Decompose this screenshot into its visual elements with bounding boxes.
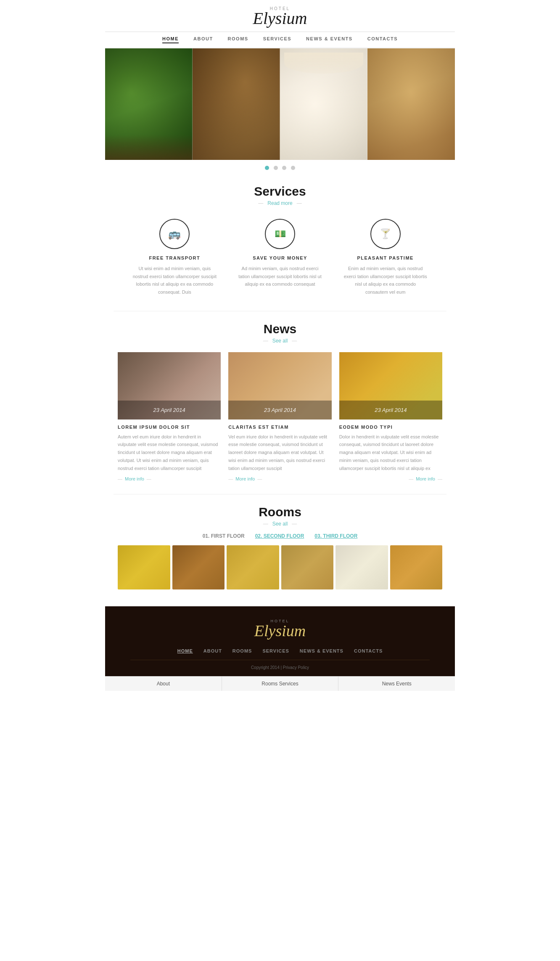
services-readmore[interactable]: — Read more — [122,200,438,206]
rooms-title: Rooms [118,505,442,519]
rooms-gallery [118,545,442,589]
hero-panel-4 [367,48,455,160]
pastime-icon: 🍸 [370,219,401,249]
dot-2[interactable] [274,166,278,170]
bottom-nav-about[interactable]: About [105,677,222,691]
footer-nav-news[interactable]: News & Events [300,648,343,653]
service-item-money: 💵 SAVE YOUR MONEY Ad minim veniam, quis … [227,219,333,288]
footer-nav-rooms[interactable]: Rooms [232,648,252,653]
news-desc-1: Autem vel eum iriure dolor in hendrerit … [118,433,221,472]
news-img-2: 23 April 2014 [228,352,331,419]
footer-copyright: Copyright 2014 | Privacy Policy [114,665,446,670]
services-title: Services [122,184,438,199]
dot-3[interactable] [282,166,286,170]
service-item-pastime: 🍸 PLEASANT PASTIME Enim ad minim veniam,… [333,219,438,296]
room-thumb-3 [227,545,279,589]
transport-desc: Ut wisi enim ad minim veniam, quis nostr… [132,265,217,296]
dot-4[interactable] [291,166,295,170]
hero-panel-3 [280,48,367,160]
footer-nav-contacts[interactable]: Contacts [354,648,383,653]
news-img-3: 23 April 2014 [339,352,442,419]
money-name: SAVE YOUR MONEY [238,255,322,260]
money-icon: 💵 [265,219,295,249]
pastime-desc: Enim ad minim veniam, quis nostrud exerc… [343,265,428,296]
bottom-nav-news-events[interactable]: News Events [338,677,455,691]
hero-panel-1 [105,48,193,160]
room-thumb-5 [335,545,388,589]
rooms-tabs: 01. FIRST FLOOR 02. SECOND FLOOR 03. THI… [118,533,442,539]
slider-dots [105,160,455,174]
transport-icon: 🚌 [159,219,190,249]
room-thumb-2 [172,545,225,589]
footer: Hotel Elysium Home About Rooms Services … [105,606,455,676]
room-thumb-4 [281,545,334,589]
service-item-transport: 🚌 FREE TRANSPORT Ut wisi enim ad minim v… [122,219,227,296]
services-section: Services — Read more — 🚌 FREE TRANSPORT … [105,174,455,311]
room-thumb-6 [390,545,443,589]
news-title-1: LOREM IPSUM DOLOR SIT [118,425,221,430]
nav-about[interactable]: ABOUT [193,36,213,43]
footer-nav-about[interactable]: About [203,648,222,653]
news-title: News [118,322,442,336]
news-desc-2: Vel eum iriure dolor in hendrerit in vul… [228,433,331,472]
news-title-2: CLARITAS EST ETIAM [228,425,331,430]
news-more-3[interactable]: — More info — [339,476,442,481]
nav-services[interactable]: SERVICES [263,36,291,43]
nav-home[interactable]: HOME [162,36,179,43]
money-desc: Ad minim veniam, quis nostrud exerci tat… [238,265,322,288]
pastime-name: PLEASANT PASTIME [343,255,428,260]
nav-news[interactable]: NEWS & EVENTS [306,36,353,43]
footer-logo: Elysium [114,621,446,640]
news-more-1[interactable]: — More info — [118,476,221,481]
nav-rooms[interactable]: ROOMS [228,36,248,43]
news-more-2[interactable]: — More info — [228,476,331,481]
header: Hotel Elysium [105,0,455,32]
news-title-3: EODEM MODO TYPI [339,425,442,430]
bottom-nav-rooms-services[interactable]: Rooms Services [222,677,339,691]
room-thumb-1 [118,545,170,589]
hero-slider [105,48,455,160]
rooms-section: Rooms — See all — 01. FIRST FLOOR 02. SE… [105,494,455,602]
news-seeall[interactable]: — See all — [118,338,442,344]
news-desc-3: Dolor in hendrerit in vulputate velit es… [339,433,442,472]
news-item-3: 23 April 2014 EODEM MODO TYPI Dolor in h… [339,352,442,481]
news-item-2: 23 April 2014 CLARITAS EST ETIAM Vel eum… [228,352,331,481]
tab-third-floor[interactable]: 03. THIRD FLOOR [314,533,357,539]
tab-second-floor[interactable]: 02. SECOND FLOOR [255,533,304,539]
footer-nav: Home About Rooms Services News & Events … [114,644,446,660]
footer-nav-home[interactable]: Home [177,648,193,653]
hero-panel-2 [193,48,280,160]
news-date-3: 23 April 2014 [375,407,407,413]
tab-first-floor[interactable]: 01. FIRST FLOOR [203,533,245,539]
news-date-1: 23 April 2014 [153,407,185,413]
nav-contacts[interactable]: CONTACTS [367,36,398,43]
news-img-1: 23 April 2014 [118,352,221,419]
services-grid: 🚌 FREE TRANSPORT Ut wisi enim ad minim v… [122,217,438,298]
bottom-nav: About Rooms Services News Events [105,676,455,691]
dot-1[interactable] [265,166,269,170]
transport-name: FREE TRANSPORT [132,255,217,260]
footer-nav-services[interactable]: Services [262,648,289,653]
news-date-2: 23 April 2014 [264,407,296,413]
news-item-1: 23 April 2014 LOREM IPSUM DOLOR SIT Aute… [118,352,221,481]
rooms-seeall[interactable]: — See all — [118,521,442,527]
news-grid: 23 April 2014 LOREM IPSUM DOLOR SIT Aute… [118,352,442,481]
logo: Elysium [105,8,455,28]
news-section: News — See all — 23 April 2014 LOREM IPS… [105,311,455,494]
main-nav: HOME ABOUT ROOMS SERVICES NEWS & EVENTS … [105,32,455,48]
